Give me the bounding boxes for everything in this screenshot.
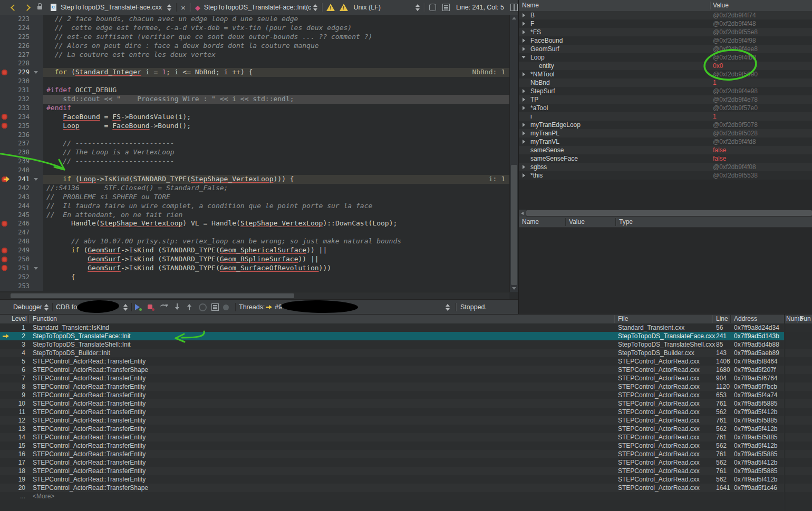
fold-marker-icon[interactable] bbox=[34, 178, 38, 181]
code-text[interactable] bbox=[43, 166, 518, 175]
column-header-value[interactable]: Value bbox=[713, 2, 729, 9]
locals-tree[interactable]: B@0xf2db9f4f74F@0xf2db9f4f48*FS@0xf2db9f… bbox=[519, 11, 812, 180]
column-header-name[interactable]: Name bbox=[522, 218, 539, 225]
gutter[interactable]: 234 bbox=[0, 113, 43, 122]
code-text[interactable]: // 2 face bounds, chacun avec un edge lo… bbox=[43, 15, 518, 24]
code-line-246[interactable]: 246 Handle(StepShape_VertexLoop) VL = Ha… bbox=[0, 219, 518, 228]
stack-row[interactable]: 10STEPControl_ActorRead::TransferEntityS… bbox=[0, 399, 812, 408]
expand-icon[interactable] bbox=[523, 131, 525, 135]
locals-row[interactable]: sameSenseFacefalse bbox=[519, 154, 812, 163]
close-document-icon[interactable]: × bbox=[181, 4, 186, 12]
gutter[interactable]: 252 bbox=[0, 273, 43, 282]
line-ending-selector[interactable]: Unix (LF) bbox=[354, 4, 381, 11]
file-info-icon[interactable] bbox=[442, 4, 450, 11]
fold-marker-icon[interactable] bbox=[34, 71, 38, 74]
code-line-228[interactable]: 228 bbox=[0, 59, 518, 68]
gutter[interactable]: 239 bbox=[0, 157, 43, 166]
code-line-234[interactable]: 234 FaceBound = FS->BoundsValue(i); bbox=[0, 113, 518, 122]
gutter[interactable]: 225 bbox=[0, 33, 43, 42]
stack-more-row[interactable]: ...<More> bbox=[0, 492, 812, 500]
code-text[interactable]: // Alors on peut dire : face a deux bord… bbox=[43, 42, 518, 51]
scroll-down-icon[interactable] bbox=[512, 287, 516, 290]
code-text[interactable]: std::cout << " Processing Wire : " << i … bbox=[43, 95, 518, 104]
gutter[interactable]: 245 bbox=[0, 211, 43, 220]
restart-icon[interactable] bbox=[199, 303, 207, 311]
gutter[interactable]: 248 bbox=[0, 237, 43, 246]
code-line-226[interactable]: 226 // Alors on peut dire : face a deux … bbox=[0, 42, 518, 51]
code-text[interactable] bbox=[43, 59, 518, 68]
column-header-value[interactable]: Value bbox=[569, 218, 585, 225]
gutter[interactable]: 223 bbox=[0, 15, 43, 24]
scroll-up-icon[interactable] bbox=[512, 17, 516, 19]
gutter[interactable]: 244 bbox=[0, 202, 43, 211]
locals-row[interactable]: myTranEdgeLoop@0xf2db9f5078 bbox=[519, 121, 812, 129]
code-text[interactable]: // ------------------------ bbox=[43, 157, 518, 166]
code-text[interactable] bbox=[43, 228, 518, 237]
expand-icon[interactable] bbox=[523, 72, 525, 76]
code-text[interactable]: // est-ce suffisant (verifier que ce son… bbox=[43, 33, 518, 42]
code-text[interactable] bbox=[43, 282, 518, 291]
code-line-245[interactable]: 245// En attendant, on ne fait rien bbox=[0, 211, 518, 220]
stack-row[interactable]: 20STEPControl_ActorRead::TransferShapeST… bbox=[0, 484, 812, 492]
debugger-dropdown-icon[interactable] bbox=[44, 304, 49, 311]
stop-debugger-icon[interactable] bbox=[147, 303, 154, 311]
stack-row[interactable]: 19STEPControl_ActorRead::TransferEntityS… bbox=[0, 475, 812, 484]
locals-row[interactable]: F@0xf2db9f4f48 bbox=[519, 19, 812, 28]
locals-row[interactable]: StepSurf@0xf2db9f4e98 bbox=[519, 87, 812, 95]
stack-row[interactable]: 8STEPControl_ActorRead::TransferEntityST… bbox=[0, 382, 812, 391]
gutter[interactable]: 250 bbox=[0, 255, 43, 264]
expand-icon[interactable] bbox=[523, 140, 525, 144]
code-text[interactable]: // La couture est entre les deux vertex bbox=[43, 51, 518, 60]
breakpoint-icon[interactable] bbox=[2, 221, 7, 227]
code-text[interactable]: // cette edge est fermee, c-a-d vtx-deb … bbox=[43, 24, 518, 33]
code-editor[interactable]: 223 // 2 face bounds, chacun avec un edg… bbox=[0, 15, 518, 292]
locals-row[interactable]: *this@0xf2db9f5538 bbox=[519, 171, 812, 180]
stack-row[interactable]: 11STEPControl_ActorRead::TransferEntityS… bbox=[0, 408, 812, 416]
stack-row[interactable]: 1Standard_Transient::IsKindStandard_Tran… bbox=[0, 323, 812, 332]
gutter[interactable]: 249 bbox=[0, 246, 43, 255]
code-line-252[interactable]: 252 { bbox=[0, 273, 518, 282]
step-out-icon[interactable] bbox=[186, 303, 194, 311]
locals-row[interactable]: *NMTool@0xf2db9f5990 bbox=[519, 70, 812, 78]
stack-row[interactable]: 14STEPControl_ActorRead::TransferEntityS… bbox=[0, 433, 812, 441]
locals-row[interactable]: TP@0xf2db9f4e78 bbox=[519, 95, 812, 104]
locals-row[interactable]: myTranPL@0xf2db9f5028 bbox=[519, 129, 812, 137]
locals-row[interactable]: i1 bbox=[519, 112, 812, 121]
gutter[interactable]: 246 bbox=[0, 219, 43, 228]
column-header-level[interactable]: Level bbox=[12, 315, 27, 322]
breakpoint-icon[interactable] bbox=[2, 114, 7, 120]
editor-vertical-scrollbar[interactable] bbox=[509, 15, 518, 292]
breakpoint-icon[interactable] bbox=[2, 265, 7, 271]
expand-icon[interactable] bbox=[523, 165, 525, 169]
code-line-248[interactable]: 248 // abv 10.07.00 pr1sy.stp: vertex_lo… bbox=[0, 237, 518, 246]
locals-row[interactable]: B@0xf2db9f4f74 bbox=[519, 11, 812, 19]
gutter[interactable]: 247 bbox=[0, 228, 43, 237]
code-line-240[interactable]: 240 bbox=[0, 166, 518, 175]
record-icon[interactable] bbox=[223, 304, 229, 310]
gutter[interactable]: 240 bbox=[0, 166, 43, 175]
gutter[interactable]: 226 bbox=[0, 42, 43, 51]
gutter[interactable]: 238 bbox=[0, 148, 43, 157]
code-line-237[interactable]: 237 // ------------------------ bbox=[0, 139, 518, 148]
locals-row[interactable]: GeomSurf@0xf2db9f4ee8 bbox=[519, 45, 812, 53]
editor-horizontal-scrollbar[interactable] bbox=[0, 292, 509, 300]
gutter[interactable]: 236 bbox=[0, 131, 43, 140]
encoding-dropdown-icon[interactable] bbox=[415, 4, 420, 11]
code-line-241[interactable]: 241 if (Loop->IsKind(STANDARD_TYPE(StepS… bbox=[0, 175, 518, 184]
warning-icon[interactable] bbox=[326, 4, 335, 11]
column-header-address[interactable]: Address bbox=[734, 315, 757, 322]
stack-row[interactable]: 17STEPControl_ActorRead::TransferEntityS… bbox=[0, 458, 812, 467]
stack-row[interactable]: 2StepToTopoDS_TranslateFace::InitStepToT… bbox=[0, 332, 784, 340]
code-line-224[interactable]: 224 // cette edge est fermee, c-a-d vtx-… bbox=[0, 24, 518, 33]
continue-icon[interactable] bbox=[134, 303, 142, 311]
scrollbar-thumb[interactable] bbox=[511, 165, 517, 285]
locals-row[interactable]: entity0x0 bbox=[519, 62, 812, 70]
step-over-icon[interactable] bbox=[160, 303, 168, 311]
code-text[interactable]: Handle(StepShape_VertexLoop) VL = Handle… bbox=[43, 219, 518, 228]
code-line-251[interactable]: 251 GeomSurf->IsKind (STANDARD_TYPE(Geom… bbox=[0, 264, 518, 273]
preprocessor-icon[interactable] bbox=[429, 4, 436, 11]
code-line-253[interactable]: 253 bbox=[0, 282, 518, 291]
expand-icon[interactable] bbox=[523, 38, 525, 43]
code-text[interactable]: // abv 10.07.00 pr1sy.stp: vertex_loop c… bbox=[43, 237, 518, 246]
code-line-239[interactable]: 239 // ------------------------ bbox=[0, 157, 518, 166]
